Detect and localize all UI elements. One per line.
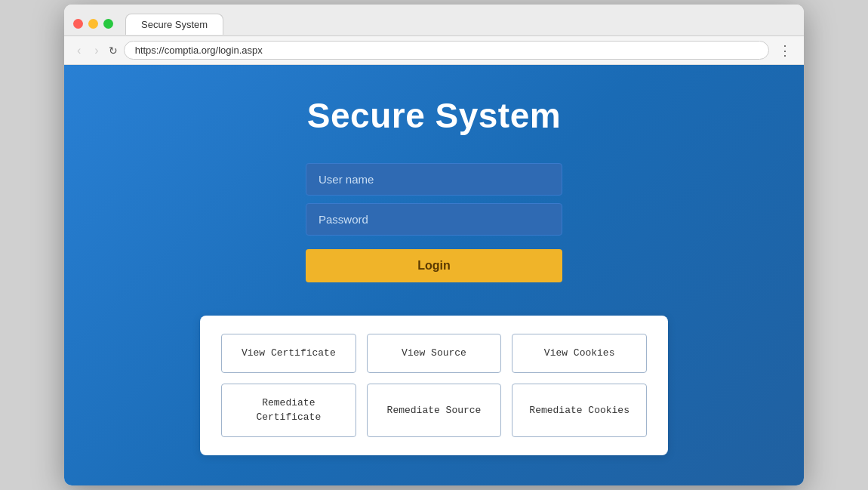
view-certificate-button[interactable]: View Certificate <box>221 334 356 373</box>
remediate-source-button[interactable]: Remediate Source <box>367 384 502 436</box>
view-cookies-button[interactable]: View Cookies <box>512 334 647 373</box>
tab-title: Secure System <box>141 19 208 30</box>
browser-tab[interactable]: Secure System <box>125 14 223 35</box>
remediate-cookies-button[interactable]: Remediate Cookies <box>512 384 647 436</box>
username-input[interactable] <box>306 163 562 196</box>
back-button[interactable]: ‹ <box>73 43 85 58</box>
address-bar: ‹ › ↻ ⋮ <box>64 36 804 65</box>
page-title: Secure System <box>307 95 561 136</box>
login-button[interactable]: Login <box>306 249 562 282</box>
refresh-icon[interactable]: ↻ <box>109 45 118 57</box>
view-source-button[interactable]: View Source <box>367 334 502 373</box>
password-input[interactable] <box>306 203 562 236</box>
title-bar: Secure System <box>64 5 804 36</box>
button-grid: View Certificate View Source View Cookie… <box>221 334 647 437</box>
menu-icon[interactable]: ⋮ <box>775 42 795 59</box>
window-controls <box>73 19 113 29</box>
bottom-panel: View Certificate View Source View Cookie… <box>200 316 668 455</box>
page-content: Secure System Login View Certificate Vie… <box>64 65 804 485</box>
remediate-certificate-button[interactable]: RemediateCertificate <box>221 384 356 436</box>
maximize-button[interactable] <box>103 19 113 29</box>
close-button[interactable] <box>73 19 83 29</box>
url-input[interactable] <box>124 41 769 60</box>
login-form: Login <box>306 163 562 282</box>
minimize-button[interactable] <box>88 19 98 29</box>
browser-window: Secure System ‹ › ↻ ⋮ Secure System Logi… <box>64 5 804 485</box>
forward-button[interactable]: › <box>91 43 102 58</box>
